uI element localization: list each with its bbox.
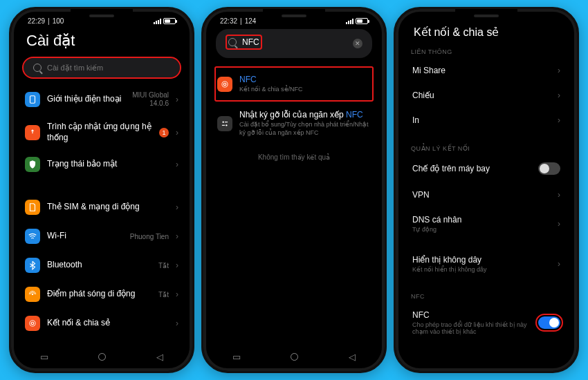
page-title: Cài đặt (24, 26, 180, 58)
chevron-right-icon: › (176, 319, 178, 328)
signal-icon (154, 19, 161, 24)
wifi-icon (25, 229, 40, 244)
page-title: Kết nối & chia sẻ (410, 23, 563, 43)
row-about-phone[interactable]: Giới thiệu điện thoại MIUI Global14.0.6 … (24, 84, 180, 115)
search-result-nfc[interactable]: NFC Kết nối & chia sẻ/NFC (214, 66, 374, 102)
search-result-nfc-log[interactable]: Nhật ký gỡ lỗi của ngăn xếp NFC Cài đặt … (216, 103, 372, 144)
shield-icon (25, 157, 40, 172)
bluetooth-icon (25, 258, 40, 273)
chevron-right-icon: › (176, 160, 178, 169)
signal-icon (346, 19, 353, 24)
chevron-right-icon: › (176, 202, 178, 212)
row-dns[interactable]: DNS cá nhânTự động› (410, 207, 563, 240)
search-icon (228, 38, 237, 46)
row-connection-sharing[interactable]: Kết nối & chia sẻ › (24, 309, 180, 338)
nfc-toggle[interactable] (538, 316, 560, 329)
svg-point-4 (223, 83, 226, 86)
row-mishare[interactable]: Mi Share› (410, 58, 563, 83)
phone-frame-2: 22:32|124 NFC ✕ NFC Kết nối & chia sẻ/NF… (201, 7, 387, 373)
section-connection-mgmt: QUẢN LÝ KẾT NỐI (410, 140, 563, 155)
status-bar: 22:29|100 (15, 13, 188, 26)
chevron-right-icon: › (176, 231, 178, 241)
svg-rect-7 (225, 122, 228, 122)
settings-icon (217, 116, 232, 131)
info-icon (25, 92, 40, 107)
row-value: MIUI Global14.0.6 (132, 91, 169, 108)
airplane-toggle[interactable] (538, 162, 560, 175)
clear-icon[interactable]: ✕ (353, 39, 362, 48)
svg-point-5 (222, 82, 228, 87)
update-icon (25, 125, 40, 140)
search-field[interactable] (47, 64, 170, 72)
nav-back[interactable]: ◁ (156, 352, 163, 362)
battery-icon (163, 18, 176, 24)
nfc-icon (217, 77, 232, 92)
row-cast[interactable]: Chiếu› (410, 83, 563, 108)
phone-frame-3: Kết nối & chia sẻ LIÊN THÔNG Mi Share› C… (394, 7, 579, 373)
svg-point-1 (32, 294, 33, 295)
search-icon (33, 64, 42, 72)
search-value: NFC (242, 37, 259, 47)
nav-home[interactable] (98, 353, 106, 361)
chevron-right-icon: › (176, 95, 178, 104)
chevron-right-icon: › (176, 289, 178, 299)
chevron-right-icon: › (558, 91, 560, 100)
svg-point-6 (223, 121, 224, 122)
chevron-right-icon: › (558, 219, 560, 229)
status-time: 22:29 (28, 17, 45, 25)
chevron-right-icon: › (558, 66, 560, 75)
chevron-right-icon: › (558, 115, 560, 125)
hotspot-icon (25, 287, 40, 302)
nav-recents[interactable]: ▭ (232, 352, 241, 362)
nav-bar: ▭ ◁ (208, 346, 380, 367)
row-sim[interactable]: Thẻ SIM & mạng di động › (24, 193, 180, 222)
row-security-status[interactable]: Trạng thái bảo mật › (24, 150, 180, 179)
svg-point-8 (226, 124, 227, 126)
svg-rect-9 (222, 125, 225, 126)
status-bar: 22:32|124 (208, 13, 380, 26)
section-nfc: NFC (410, 287, 563, 303)
search-highlight: NFC (226, 35, 262, 50)
chevron-right-icon: › (176, 128, 178, 137)
row-wireless-display[interactable]: Hiển thị không dâyKết nối hiển thị không… (410, 247, 563, 281)
chevron-right-icon: › (176, 260, 178, 270)
update-badge: 1 (159, 128, 169, 137)
row-airplane[interactable]: Chế độ trên máy bay (410, 155, 563, 182)
sim-icon (25, 200, 40, 215)
row-system-updater[interactable]: Trình cập nhật ứng dụng hệ thống 1 › (24, 115, 180, 150)
nfc-icon (25, 316, 40, 331)
battery-icon (356, 18, 368, 24)
phone-frame-1: 22:29|100 Cài đặt Giới thiệu điện thoại … (9, 7, 194, 373)
svg-point-3 (30, 321, 35, 326)
nav-home[interactable] (291, 353, 298, 361)
nav-bar: ▭ ◁ (15, 346, 188, 367)
svg-rect-0 (30, 96, 35, 104)
chevron-right-icon: › (558, 259, 560, 269)
row-print[interactable]: In› (410, 108, 563, 133)
row-nfc[interactable]: NFCCho phép trao đổi dữ liệu khi thiết b… (410, 303, 563, 343)
row-bluetooth[interactable]: Bluetooth Tắt › (24, 251, 180, 280)
svg-point-2 (31, 322, 34, 325)
section-interconnect: LIÊN THÔNG (410, 43, 563, 58)
no-results-text: Không tìm thấy kết quả (216, 144, 372, 161)
row-hotspot[interactable]: Điểm phát sóng di động Tắt › (24, 280, 180, 309)
search-input[interactable]: NFC ✕ (216, 29, 372, 58)
row-vpn[interactable]: VPN› (410, 182, 563, 207)
nav-back[interactable]: ◁ (349, 352, 356, 362)
search-input[interactable] (24, 58, 180, 77)
row-wifi[interactable]: Wi-Fi Phuong Tien › (24, 222, 180, 251)
chevron-right-icon: › (558, 190, 560, 200)
nav-recents[interactable]: ▭ (40, 352, 48, 362)
